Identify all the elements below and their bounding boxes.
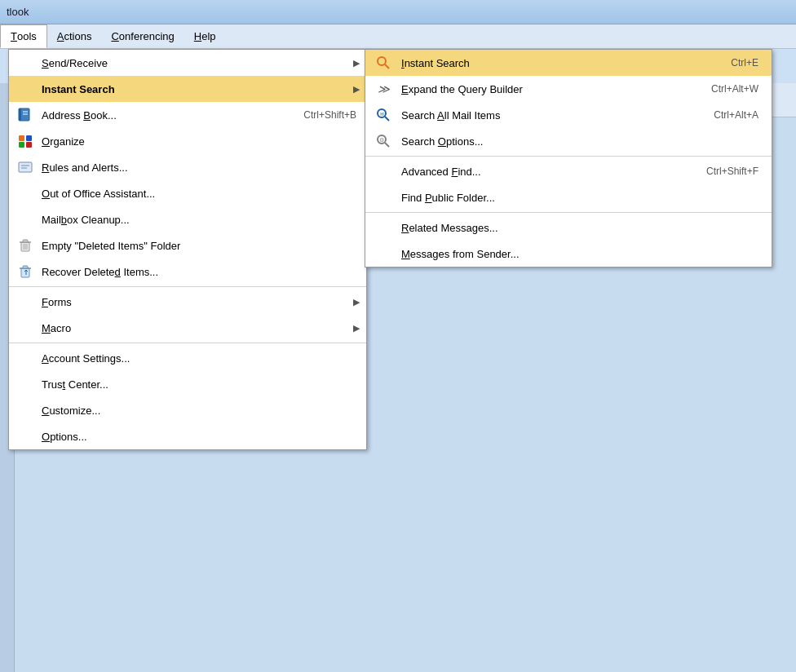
forms-icon: [15, 292, 35, 312]
submenu-instant-search-label: Instant Search: [401, 57, 724, 69]
send-receive-menu-icon: [15, 53, 35, 73]
menu-item-account-settings[interactable]: Account Settings...: [9, 345, 366, 371]
submenu-messages-from-sender-label: Messages from Sender...: [401, 248, 765, 260]
submenu-find-public-folder-label: Find Public Folder...: [401, 192, 765, 204]
svg-rect-25: [26, 135, 32, 141]
organize-menu-icon: [15, 131, 35, 151]
empty-deleted-icon: [15, 236, 35, 255]
menu-item-instant-search[interactable]: Instant Search ▶: [9, 76, 366, 102]
mailbox-cleanup-icon: [15, 210, 35, 229]
menu-tools[interactable]: Tools: [0, 24, 47, 48]
svg-point-41: [378, 57, 386, 65]
menu-sep2: [9, 343, 366, 343]
menu-item-rules-alerts[interactable]: Rules and Alerts...: [9, 154, 366, 180]
submenu-related-messages-icon: [372, 216, 395, 239]
address-book-menu-icon: [15, 105, 35, 125]
svg-rect-28: [19, 162, 32, 172]
out-of-office-label: Out of Office Assistant...: [42, 188, 360, 200]
submenu-search-options-icon: ⚙: [372, 130, 395, 153]
menu-item-forms[interactable]: Forms ▶: [9, 289, 366, 315]
menu-item-out-of-office[interactable]: Out of Office Assistant...: [9, 180, 366, 206]
submenu-messages-from-sender[interactable]: Messages from Sender...: [365, 241, 772, 267]
send-receive-arrow: ▶: [347, 58, 360, 69]
customize-label: Customize...: [42, 405, 360, 417]
svg-line-42: [385, 64, 389, 69]
menu-item-customize[interactable]: Customize...: [9, 397, 366, 423]
empty-deleted-label: Empty "Deleted Items" Folder: [42, 240, 360, 252]
submenu-search-options[interactable]: ⚙ Search Options...: [365, 128, 772, 154]
submenu-expand-query-shortcut: Ctrl+Alt+W: [711, 83, 765, 95]
submenu-expand-query-label: Expand the Query Builder: [401, 83, 705, 95]
menu-item-recover-deleted[interactable]: Recover Deleted Items...: [9, 259, 366, 285]
submenu-search-all-mail-label: Search All Mail Items: [401, 109, 707, 122]
svg-rect-39: [23, 266, 28, 268]
out-of-office-icon: [15, 183, 35, 203]
account-settings-icon: [15, 348, 35, 368]
submenu-search-icon: [372, 51, 395, 74]
forms-arrow: ▶: [347, 297, 360, 307]
menu-item-macro[interactable]: Macro ▶: [9, 315, 366, 341]
submenu-find-public-folder[interactable]: Find Public Folder...: [365, 184, 772, 210]
submenu-sep2: [365, 212, 772, 213]
svg-rect-27: [26, 142, 32, 148]
menu-sep1: [9, 286, 366, 287]
instant-search-submenu: Instant Search Ctrl+E ≫ Expand the Query…: [365, 49, 772, 267]
macro-arrow: ▶: [347, 323, 360, 334]
title-bar: tlook: [0, 0, 796, 24]
submenu-related-messages-label: Related Messages...: [401, 222, 765, 234]
recover-deleted-label: Recover Deleted Items...: [42, 266, 360, 278]
svg-rect-37: [21, 268, 29, 277]
options-icon: [15, 427, 35, 446]
submenu-advanced-find[interactable]: Advanced Find... Ctrl+Shift+F: [365, 158, 772, 184]
menu-help[interactable]: Help: [184, 24, 226, 48]
submenu-expand-icon: ≫: [372, 77, 395, 100]
svg-line-47: [385, 143, 389, 147]
menu-item-send-receive[interactable]: Send/Receive ▶: [9, 50, 366, 76]
macro-icon: [15, 318, 35, 338]
expand-chevron-icon: ≫: [378, 82, 390, 95]
address-book-shortcut: Ctrl+Shift+B: [303, 109, 360, 121]
submenu-advanced-find-shortcut: Ctrl+Shift+F: [706, 166, 765, 177]
submenu-related-messages[interactable]: Related Messages...: [365, 214, 772, 241]
menu-item-address-book[interactable]: Address Book... Ctrl+Shift+B: [9, 102, 366, 128]
submenu-messages-from-sender-icon: [372, 242, 395, 265]
options-label: Options...: [42, 431, 360, 443]
svg-rect-26: [19, 142, 24, 148]
menu-item-organize[interactable]: Organize: [9, 128, 366, 154]
menu-item-empty-deleted[interactable]: Empty "Deleted Items" Folder: [9, 232, 366, 259]
menu-item-trust-center[interactable]: Trust Center...: [9, 371, 366, 397]
trust-center-icon: [15, 374, 35, 394]
menu-item-options[interactable]: Options...: [9, 423, 366, 449]
organize-label: Organize: [42, 135, 360, 148]
submenu-advanced-find-icon: [372, 160, 395, 183]
svg-text:⚙: ⚙: [379, 137, 384, 143]
trust-center-label: Trust Center...: [42, 378, 360, 391]
menu-item-mailbox-cleanup[interactable]: Mailbox Cleanup...: [9, 206, 366, 232]
address-book-label: Address Book...: [42, 109, 297, 122]
submenu-instant-search[interactable]: Instant Search Ctrl+E: [365, 50, 772, 76]
submenu-search-all-icon: ✉: [372, 104, 395, 126]
mailbox-cleanup-label: Mailbox Cleanup...: [42, 214, 360, 226]
svg-rect-33: [23, 240, 28, 242]
submenu-advanced-find-label: Advanced Find...: [401, 166, 700, 178]
submenu-sep1: [365, 156, 772, 157]
macro-label: Macro: [42, 322, 340, 334]
account-settings-label: Account Settings...: [42, 352, 360, 365]
instant-search-arrow: ▶: [347, 84, 360, 95]
title-bar-text: tlook: [7, 6, 29, 18]
submenu-search-all-mail-shortcut: Ctrl+Alt+A: [714, 109, 765, 121]
rules-alerts-label: Rules and Alerts...: [42, 161, 360, 174]
menu-bar: Tools Actions Conferencing Help: [0, 24, 796, 49]
svg-rect-21: [19, 108, 21, 121]
customize-icon: [15, 400, 35, 420]
svg-text:✉: ✉: [380, 112, 384, 117]
send-receive-label: Send/Receive: [42, 57, 340, 69]
menu-conferencing[interactable]: Conferencing: [101, 24, 184, 48]
svg-line-44: [385, 117, 389, 121]
menu-actions[interactable]: Actions: [47, 24, 102, 48]
submenu-search-all-mail[interactable]: ✉ Search All Mail Items Ctrl+Alt+A: [365, 102, 772, 128]
submenu-expand-query[interactable]: ≫ Expand the Query Builder Ctrl+Alt+W: [365, 76, 772, 102]
rules-alerts-menu-icon: [15, 157, 35, 177]
instant-search-label: Instant Search: [42, 83, 340, 95]
submenu-find-public-folder-icon: [372, 186, 395, 209]
